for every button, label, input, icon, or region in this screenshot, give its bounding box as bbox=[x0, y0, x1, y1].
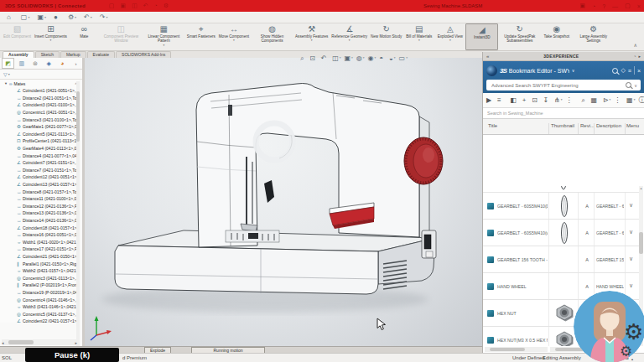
chevron-down-icon[interactable]: ∨ bbox=[572, 68, 575, 73]
search-in-bookmark[interactable]: Search in Sewing_Machine bbox=[483, 108, 644, 119]
minimize-icon[interactable]: — bbox=[612, 3, 618, 9]
toolbar-button[interactable]: ▶▾ bbox=[486, 96, 494, 104]
toolbar-button[interactable]: ⋮▾ bbox=[566, 96, 575, 104]
toolbar-button[interactable]: ⋔▾ bbox=[554, 96, 562, 104]
chevron-down-icon[interactable]: ∨ bbox=[634, 83, 637, 88]
toolbar-button[interactable]: ↧▾ bbox=[543, 96, 551, 104]
tree-horizontal-scrollbar[interactable]: ◂ ▸ bbox=[2, 339, 77, 345]
view-tool-button[interactable]: ▣▾ bbox=[345, 54, 353, 62]
ribbon-button[interactable]: ↻ Update SpeedPak Subassemblies ▾ bbox=[498, 23, 541, 50]
feature-tree-icon[interactable]: ◩ bbox=[2, 58, 14, 69]
advanced-search-input[interactable] bbox=[490, 82, 623, 89]
mate-item[interactable]: ∠ Coincident22 (0421-0157<1>.. bbox=[0, 318, 79, 323]
toolbar-button[interactable]: ⋮▾ bbox=[614, 96, 623, 104]
mate-item[interactable]: ∠ Coincident7 (0421-0151<1>,.. bbox=[0, 159, 79, 167]
tree-filter[interactable]: ▽ ▾ bbox=[0, 70, 82, 80]
sewing-machine-model[interactable] bbox=[85, 58, 482, 346]
maximize-icon[interactable]: ▢ bbox=[625, 3, 631, 9]
mate-item[interactable]: ↔ Distance13 (0421-0136<1>,0.. bbox=[0, 209, 79, 217]
view-tool-button[interactable]: ◉▾ bbox=[368, 54, 377, 62]
ribbon-button[interactable]: ⌖ Smart Fasteners ▾ bbox=[185, 23, 217, 50]
mate-item[interactable]: ⇔ Width2 (0421-0157<1>,0421.. bbox=[0, 267, 79, 275]
command-tab-assembly[interactable]: Assembly bbox=[3, 51, 34, 58]
view-tool-button[interactable]: ⊡▾ bbox=[309, 54, 317, 62]
row-menu-chevron-icon[interactable]: ∨ bbox=[629, 202, 633, 209]
units-caret-icon[interactable]: ▴ bbox=[631, 357, 633, 361]
command-tab-sketch[interactable]: Sketch bbox=[35, 51, 60, 58]
mate-item[interactable]: ↔ Distance19 (P-002019<1>,04.. bbox=[0, 289, 79, 297]
table-row[interactable]: GEARBELT 156 TOOTH - B A GEARBELT 156 ∨ bbox=[483, 246, 639, 273]
row-menu-chevron-icon[interactable]: ∨ bbox=[629, 229, 633, 235]
search-icon[interactable] bbox=[626, 82, 631, 88]
quick-access-button[interactable]: ●▾ bbox=[54, 14, 60, 21]
settings-icon[interactable]: ⚙ bbox=[164, 3, 169, 9]
toolbar-button[interactable]: ≡▾ bbox=[497, 96, 503, 104]
share-icon[interactable]: ◔ bbox=[154, 3, 158, 9]
view-tool-button[interactable]: ▭▾ bbox=[399, 54, 408, 62]
quick-access-button[interactable]: ↷▾ bbox=[100, 14, 108, 21]
column-revision[interactable]: Revi... bbox=[580, 123, 595, 128]
view-tool-button[interactable]: ↶▾ bbox=[321, 54, 329, 62]
menu-icon[interactable]: ≡ bbox=[628, 68, 631, 74]
quick-access-button[interactable]: ⚙▾ bbox=[68, 14, 76, 21]
more-tabs-icon[interactable]: › bbox=[70, 58, 82, 69]
mate-item[interactable]: ↔ Distance11 (0421-0100<1>,0.. bbox=[0, 195, 79, 203]
ribbon-button[interactable]: ▧ Edit Component ▾ bbox=[2, 23, 33, 50]
ribbon-button[interactable]: ↻ New Motion Study ▾ bbox=[369, 23, 403, 50]
mate-item[interactable]: ↔ Distance3 (0421-0100<1>,To.. bbox=[0, 116, 79, 123]
toolbar-button[interactable]: +▾ bbox=[522, 96, 528, 104]
row-menu-chevron-icon[interactable]: ∨ bbox=[629, 282, 633, 289]
mate-item[interactable]: ⊡ ProfileCenter1 (0421-0113<1.. bbox=[0, 137, 79, 145]
command-tab-markup[interactable]: Markup bbox=[60, 51, 86, 58]
tab-explode[interactable]: Explode bbox=[144, 347, 171, 353]
mate-item[interactable]: ⚙ GearMate4 (0421-0113<1>,0.. bbox=[0, 145, 79, 153]
mate-item[interactable]: ∠ Coincident12 (0421-0051<1>.. bbox=[0, 173, 79, 181]
table-row[interactable]: GEARBELT - 60S5M410(wit A GEARBELT - 60 … bbox=[483, 220, 639, 246]
quick-access-button[interactable]: ↶▾ bbox=[84, 14, 92, 21]
mate-item[interactable]: ⇔ Width3 (0421-0146<1>,0421.. bbox=[0, 303, 79, 311]
mate-item[interactable]: ◎ Concentric3 (0421-0113<1>,.. bbox=[0, 274, 79, 282]
mate-item[interactable]: ∠ Coincident5 (0421-0113<1>,.. bbox=[0, 131, 79, 138]
dimxpert-icon[interactable]: ◈ bbox=[43, 58, 55, 69]
toolbar-button[interactable]: ▦▾ bbox=[626, 96, 635, 104]
refresh-icon[interactable]: ◔ bbox=[633, 54, 636, 59]
tree-root-mates[interactable]: ▼ ∞ Mates ∧ bbox=[0, 80, 79, 87]
ribbon-button[interactable]: ▤ Bill of Materials ▾ bbox=[403, 23, 434, 50]
mate-item[interactable]: ◎ Concentric5 (0421-0137<1>,.. bbox=[0, 310, 79, 318]
command-tab-evaluate[interactable]: Evaluate bbox=[87, 51, 115, 58]
ribbon-button[interactable]: ⚙ Large Assembly Settings ▾ bbox=[572, 23, 615, 50]
ribbon-button[interactable]: ↔ Move Component ▾ bbox=[217, 23, 251, 50]
property-manager-icon[interactable]: ▥ bbox=[15, 58, 28, 69]
mate-item[interactable]: ∥ Parallel2 (P-002019<1>,Fron.. bbox=[0, 282, 79, 289]
scroll-right-icon[interactable]: ▸ bbox=[75, 340, 77, 345]
toolbar-button[interactable]: ▦▾ bbox=[591, 96, 600, 104]
mate-item[interactable]: ↔ Distance17 (0421-0151<1>,Fr.. bbox=[0, 246, 79, 253]
advanced-search-bar[interactable]: ∨ bbox=[486, 80, 641, 90]
ribbon-button[interactable]: ◬ Exploded View ▾ bbox=[434, 23, 465, 50]
save-icon[interactable]: ▣ bbox=[121, 3, 127, 9]
column-title[interactable]: Title bbox=[488, 123, 497, 128]
mate-item[interactable]: ↔ Distance14 (0421-0136<1>,0.. bbox=[0, 217, 79, 225]
mate-item[interactable]: ∠ Coincident13 (0421-0157<1>.. bbox=[0, 181, 79, 189]
view-tool-button[interactable]: ◍▾ bbox=[356, 54, 365, 62]
quick-access-button[interactable]: ▢▾ bbox=[21, 14, 30, 21]
close-icon[interactable]: × bbox=[637, 3, 641, 9]
mate-item[interactable]: ↔ Distance2 (0421-0051<1>,To.. bbox=[0, 95, 79, 102]
view-tool-button[interactable]: ◫▾ bbox=[332, 54, 340, 62]
tag-icon[interactable]: ◇ bbox=[621, 67, 625, 74]
mate-item[interactable]: ∠ Coincident21 (0421-0150<1>.. bbox=[0, 253, 79, 261]
tab-running-motion[interactable]: Running motion bbox=[191, 347, 265, 353]
display-manager-icon[interactable]: ◕ bbox=[56, 58, 69, 69]
ribbon-button[interactable]: ⊞ Insert Components ▾ bbox=[33, 23, 69, 50]
toolbar-button[interactable]: ⌕▾ bbox=[581, 96, 587, 104]
ribbon-button[interactable]: ∞ Mate ▾ bbox=[69, 23, 100, 50]
mate-item[interactable]: ∠ Coincident1 (0421-0051<1>,.. bbox=[0, 87, 79, 95]
table-horizontal-scrollbar-left[interactable] bbox=[485, 347, 548, 352]
tree-vertical-scrollbar[interactable] bbox=[76, 81, 80, 358]
notifications-icon[interactable]: ◔ bbox=[592, 3, 595, 9]
mate-item[interactable]: ↔ Distance8 (0421-0157<1>,To.. bbox=[0, 188, 79, 195]
help-icon[interactable]: ? bbox=[602, 3, 605, 9]
mate-item[interactable]: ↔ Distance16 (0421-0051<1>,0.. bbox=[0, 231, 79, 239]
toolbar-button[interactable]: ⓘ▾ bbox=[638, 96, 644, 104]
toolbar-button[interactable]: ◧▾ bbox=[510, 96, 518, 104]
